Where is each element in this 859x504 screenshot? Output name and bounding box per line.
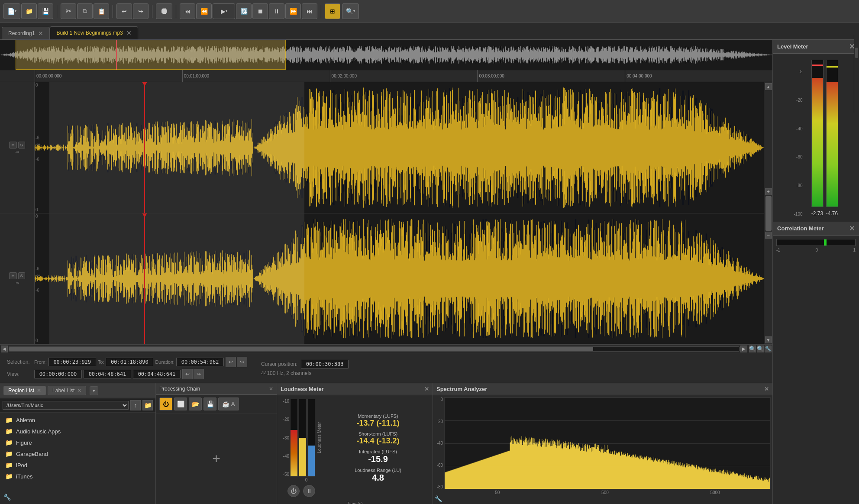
tab-recording1[interactable]: Recording1 ✕	[2, 27, 50, 39]
zoom-out-h[interactable]: 🔍	[757, 346, 764, 352]
correlation-meter-close[interactable]: ✕	[849, 224, 855, 233]
duration-input[interactable]	[176, 358, 224, 366]
paste-button[interactable]: 📋	[94, 3, 109, 19]
h-scroll-right[interactable]: ▶	[740, 346, 747, 352]
file-buttons: 📄▾ 📁 💾	[3, 3, 53, 19]
track-scrollbar[interactable]: ▲ + − ▼	[764, 82, 772, 344]
ruler-mark-2: 00:02:00:000	[330, 70, 478, 82]
right-level-value: -4.76	[826, 210, 838, 216]
waveform-canvas-2	[35, 213, 764, 344]
stop-button[interactable]: ⏹	[252, 3, 268, 19]
file-item-ableton[interactable]: 📁 Ableton	[0, 414, 155, 426]
file-item-ipod[interactable]: 📁 iPod	[0, 459, 155, 471]
spectrum-title: Spectrum Analyzer	[436, 386, 487, 392]
panel-tab-arrow[interactable]: ▾	[90, 386, 98, 395]
loudness-time-label: Time (s)	[277, 501, 433, 504]
track2-mute[interactable]: M	[9, 272, 17, 279]
region-list-close[interactable]: ✕	[37, 388, 41, 394]
view-redo[interactable]: ↪	[194, 369, 204, 379]
spectrum-wrench[interactable]: 🔧	[435, 495, 442, 502]
spectrum-content: 0 -20 -40 -60 -80	[433, 395, 772, 504]
loop-button[interactable]: 🔃	[236, 3, 252, 19]
skip-start-button[interactable]: ⏮	[180, 3, 195, 19]
ruler-mark-4: 00:04:00:000	[625, 70, 772, 82]
tab-build1-close[interactable]: ✕	[126, 29, 132, 36]
level-meter-wrench[interactable]: 🔧	[3, 494, 11, 501]
rewind-button[interactable]: ⏪	[196, 3, 212, 19]
pause-button[interactable]: ⏸	[269, 3, 284, 19]
file-list-scrollbar[interactable]	[854, 35, 859, 113]
from-input[interactable]	[48, 358, 96, 366]
proc-chain-close[interactable]: ✕	[269, 386, 273, 392]
correlation-scale: -1 0 1	[776, 248, 856, 252]
file-item-itunes[interactable]: 📁 iTunes	[0, 471, 155, 482]
undo-button[interactable]: ↩	[116, 3, 132, 19]
sel-undo[interactable]: ↩	[226, 357, 236, 367]
snap-button[interactable]: ⊞	[325, 3, 340, 19]
file-item-figure[interactable]: 📁 Figure	[0, 437, 155, 448]
proc-new-button[interactable]: ⬜	[174, 397, 187, 410]
redo-button[interactable]: ↪	[133, 3, 149, 19]
zoom-tool-button[interactable]: 🔍▾	[342, 3, 359, 19]
sel-redo[interactable]: ↪	[237, 357, 247, 367]
cursor-input[interactable]	[301, 360, 349, 368]
to-input[interactable]	[106, 358, 153, 366]
loudness-power-btn[interactable]: ⏻	[287, 485, 300, 497]
file-name-audio-music: Audio Music Apps	[16, 428, 61, 435]
overview-waveform[interactable]	[0, 40, 772, 70]
file-item-audio-music-apps[interactable]: 📁 Audio Music Apps	[0, 426, 155, 437]
open-button[interactable]: 📁	[21, 3, 37, 19]
loudness-bar-3-fill	[308, 446, 315, 476]
h-scroll-thumb[interactable]	[9, 347, 593, 351]
zoom-out-right[interactable]: −	[765, 232, 772, 239]
cut-button[interactable]: ✂	[61, 3, 76, 19]
scroll-down-btn[interactable]: ▼	[765, 336, 772, 343]
track1-solo[interactable]: S	[18, 142, 25, 149]
label-list-close[interactable]: ✕	[77, 388, 81, 394]
scroll-thumb[interactable]	[765, 196, 772, 231]
spectrum-close[interactable]: ✕	[764, 386, 769, 392]
save-button[interactable]: 💾	[38, 3, 53, 19]
wrench-button[interactable]: 🔧	[765, 346, 772, 352]
tab-build1[interactable]: Build 1 New Beginnings.mp3 ✕	[50, 26, 138, 39]
h-scroll-track[interactable]	[9, 346, 740, 352]
h-scroll-left[interactable]: ◀	[1, 346, 8, 352]
copy-button[interactable]: ⧉	[77, 3, 93, 19]
record-button[interactable]: ⏺	[156, 3, 172, 19]
proc-add-button[interactable]: +	[212, 451, 220, 467]
track2-solo[interactable]: S	[18, 272, 25, 279]
waveforms	[35, 82, 764, 344]
proc-open-button[interactable]: 📂	[189, 397, 202, 410]
from-row: From: To: Duration: ↩ ↪	[34, 357, 247, 367]
new-button[interactable]: 📄▾	[3, 3, 20, 19]
proc-power-button[interactable]: ⏻	[159, 397, 172, 410]
zoom-in-right[interactable]: +	[765, 188, 772, 195]
view-undo[interactable]: ↩	[182, 369, 193, 379]
zoom-in-h[interactable]: 🔍	[749, 346, 756, 352]
file-folder-button[interactable]: 📁	[142, 400, 153, 410]
view-to-input[interactable]	[84, 370, 131, 378]
transport-buttons: ⏮ ⏪ ▶▾ 🔃 ⏹ ⏸ ⏩ ⏭	[180, 3, 317, 19]
waveform-canvas-1	[35, 82, 764, 213]
tab-recording1-close[interactable]: ✕	[38, 30, 43, 37]
tab-region-list[interactable]: Region List ✕	[3, 386, 46, 395]
tab-label-list[interactable]: Label List ✕	[48, 386, 86, 395]
skip-end-button[interactable]: ⏭	[302, 3, 317, 19]
play-button[interactable]: ▶▾	[213, 3, 235, 19]
view-from-input[interactable]	[34, 370, 82, 378]
file-path-bar: /Users/Tim/Music ↑ 📁	[0, 398, 155, 413]
file-path-select[interactable]: /Users/Tim/Music	[3, 401, 129, 410]
file-list-scroll-thumb[interactable]	[855, 48, 858, 58]
file-up-button[interactable]: ↑	[130, 400, 141, 410]
loudness-close[interactable]: ✕	[424, 386, 429, 392]
waveform-track-1[interactable]	[35, 82, 764, 213]
scroll-up-btn[interactable]: ▲	[765, 83, 772, 90]
file-item-garageband[interactable]: 📁 GarageBand	[0, 448, 155, 459]
loudness-pause-btn[interactable]: ⏸	[303, 485, 315, 497]
waveform-track-2[interactable]	[35, 213, 764, 345]
track1-mute[interactable]: M	[9, 142, 17, 149]
proc-extra-button[interactable]: ☕ A	[218, 397, 239, 410]
proc-save-button[interactable]: 💾	[203, 397, 216, 410]
view-duration-input[interactable]	[133, 370, 181, 378]
fast-forward-button[interactable]: ⏩	[285, 3, 301, 19]
